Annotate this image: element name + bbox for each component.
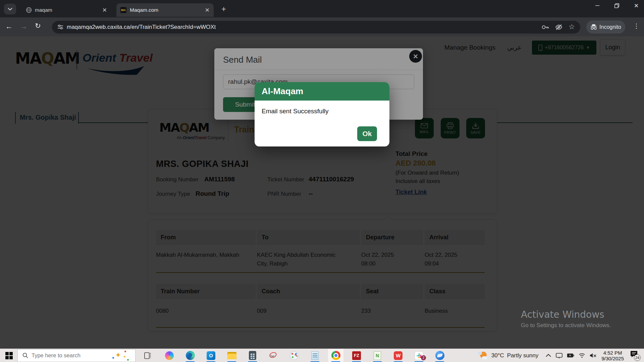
system-tray: 30°C Partly sunny 4:52 PM 9/30/2025 24 — [478, 350, 641, 361]
cast-icon[interactable] — [556, 353, 562, 358]
task-view-icon — [144, 352, 152, 359]
taskbar-app-notepad-plus-plus[interactable]: N — [370, 349, 385, 362]
tray-weather-text[interactable]: Partly sunny — [507, 352, 539, 359]
file-explorer-icon — [227, 352, 236, 359]
tray-chevron-up-icon[interactable] — [546, 354, 551, 357]
tray-date: 9/30/2025 — [601, 356, 624, 361]
activate-windows-watermark: Activate Windows Go to Settings to activ… — [521, 309, 611, 329]
window-close-button[interactable]: ✕ — [629, 0, 644, 11]
alert-dialog: Al-Maqam Email sent Successfully Ok — [255, 82, 389, 146]
windows-taskbar: ✦ ✦ O ✂ — [0, 349, 644, 362]
watermark-line2: Go to Settings to activate Windows. — [521, 322, 611, 329]
taskbar-app-wps-office[interactable]: W — [390, 349, 406, 362]
taskbar-app-file-explorer[interactable] — [224, 349, 239, 362]
bing-sparkle-icon: ✦ — [115, 351, 121, 360]
watermark-line1: Activate Windows — [521, 309, 611, 320]
incognito-badge: Incognito — [586, 20, 625, 34]
tray-time: 4:52 PM — [601, 350, 624, 356]
chrome-icon — [331, 351, 340, 360]
taskbar-app-chrome[interactable] — [328, 349, 343, 362]
taskbar-app-paint[interactable] — [286, 349, 302, 362]
url-text: maqamqa2web.caxita.ca/en/TrainTicket?Sea… — [67, 24, 216, 31]
sparkle-dot-orange — [124, 351, 126, 352]
weather-icon — [478, 351, 489, 360]
wifi-icon[interactable] — [579, 353, 585, 358]
taskbar-app-slack[interactable]: 2 — [411, 349, 427, 362]
window-minimize-button[interactable]: ─ — [590, 0, 605, 11]
search-input[interactable] — [32, 352, 102, 359]
paint-icon — [290, 351, 299, 360]
taskbar-app-notepad[interactable] — [307, 349, 323, 362]
tab-search-button[interactable] — [4, 4, 16, 14]
start-button[interactable] — [5, 352, 13, 359]
notification-center-button[interactable]: 24 — [629, 350, 641, 361]
eye-slash-icon[interactable] — [555, 24, 562, 30]
taskbar-app-filezilla[interactable]: FZ — [349, 349, 364, 362]
copilot-icon — [165, 351, 174, 360]
sparkle-small-icon: ✦ — [123, 354, 126, 359]
tab-close-icon[interactable]: ✕ — [205, 7, 210, 14]
taskbar-search[interactable]: ✦ ✦ — [17, 349, 136, 362]
taskbar-app-snipping-tool[interactable]: ✂ — [266, 349, 281, 362]
chevron-down-icon — [8, 8, 12, 10]
taskbar-app-outlook[interactable]: O — [203, 349, 219, 362]
tray-clock[interactable]: 4:52 PM 9/30/2025 — [601, 350, 624, 361]
taskbar-app-thunderbird[interactable] — [432, 349, 447, 362]
screen: MAQAM Orient Travel Manage Bookings عربي… — [0, 0, 644, 362]
edge-icon — [186, 351, 195, 360]
slack-badge: 2 — [421, 355, 426, 360]
sparkle-dot-blue — [112, 357, 114, 359]
thunderbird-icon — [435, 351, 444, 360]
incognito-icon — [590, 24, 597, 30]
tab-title: Maqam.com — [130, 7, 158, 13]
notepad-icon — [311, 351, 319, 360]
back-button[interactable]: ← — [5, 22, 13, 31]
forward-button[interactable]: → — [20, 22, 28, 31]
browser-tab-maqam[interactable]: maqam ✕ — [18, 3, 111, 17]
sparkle-dot-green — [127, 359, 129, 361]
snipping-tool-icon: ✂ — [269, 351, 278, 360]
taskbar-app-calculator[interactable] — [245, 349, 260, 362]
wps-office-icon: W — [394, 351, 402, 360]
browser-tab-maqam-com[interactable]: MA Maqam.com ✕ — [116, 3, 214, 17]
reload-button[interactable]: ↻ — [35, 22, 41, 30]
taskbar-app-edge[interactable] — [182, 349, 198, 362]
new-tab-button[interactable]: + — [219, 4, 229, 14]
tray-temperature[interactable]: 30°C — [491, 352, 504, 359]
filezilla-icon: FZ — [352, 351, 361, 360]
search-icon — [22, 353, 28, 358]
notification-badge: 24 — [634, 354, 641, 361]
calculator-icon — [249, 351, 256, 360]
url-bar[interactable]: maqamqa2web.caxita.ca/en/TrainTicket?Sea… — [52, 21, 580, 34]
battery-icon[interactable] — [567, 353, 574, 358]
tab-close-icon[interactable]: ✕ — [102, 7, 107, 14]
outlook-icon: O — [207, 351, 215, 360]
taskbar-app-copilot[interactable] — [162, 349, 177, 362]
globe-icon — [26, 7, 32, 13]
site-controls-icon — [57, 24, 63, 30]
browser-tab-strip: maqam ✕ MA Maqam.com ✕ + ─ ✕ — [0, 0, 644, 17]
ok-button[interactable]: Ok — [357, 126, 377, 141]
volume-muted-icon[interactable] — [590, 353, 597, 358]
alert-message: Email sent Successfully — [262, 108, 329, 115]
site-favicon: MA — [120, 7, 126, 13]
password-key-icon[interactable] — [542, 25, 549, 29]
tab-title: maqam — [35, 7, 52, 13]
browser-menu-icon[interactable]: ⋮ — [633, 22, 640, 30]
bookmark-star-icon[interactable]: ☆ — [569, 23, 575, 31]
restore-icon — [614, 3, 619, 8]
notepad-plus-plus-icon: N — [374, 351, 381, 360]
incognito-label: Incognito — [599, 24, 621, 30]
task-view-button[interactable] — [140, 349, 156, 362]
window-restore-button[interactable] — [609, 0, 625, 11]
alert-title: Al-Maqam — [255, 82, 389, 101]
